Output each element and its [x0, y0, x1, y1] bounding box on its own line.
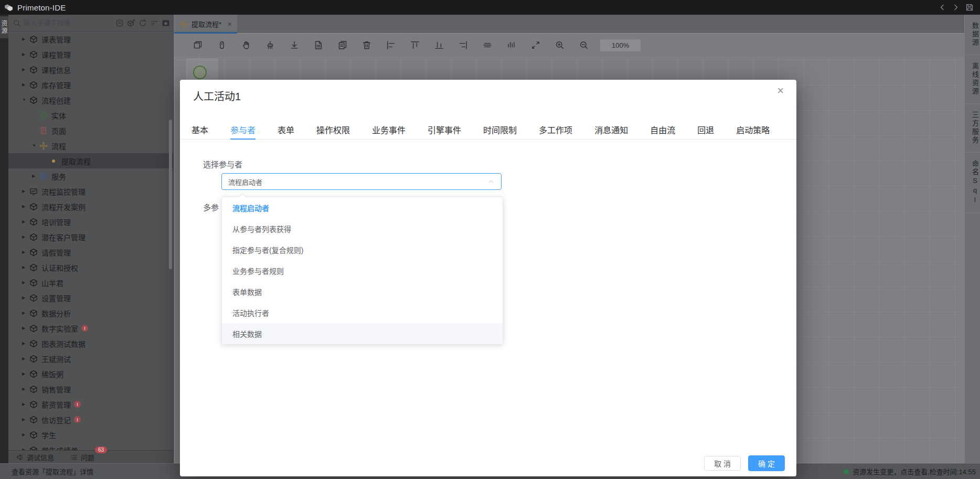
tree-item[interactable]: ▶山羊君	[8, 275, 173, 290]
right-strip-tab[interactable]: 命名Sql	[965, 153, 980, 213]
tree-item[interactable]: ▶流程开发案例	[8, 199, 173, 214]
ai-icon[interactable]: AI	[115, 19, 124, 27]
tree-collapsed-arrow-icon[interactable]: ▶	[22, 387, 29, 391]
tree-item[interactable]: 实体	[8, 108, 173, 123]
search-input[interactable]	[23, 19, 113, 27]
tree-collapsed-arrow-icon[interactable]: ▶	[22, 235, 29, 239]
tree-item[interactable]: ▶库存管理	[8, 77, 173, 92]
dialog-tab[interactable]: 回退	[697, 120, 714, 139]
tab-close-icon[interactable]: ×	[228, 20, 232, 28]
tree-item[interactable]: ▶数字实验室!	[8, 321, 173, 336]
sidebar-tab-resources[interactable]: 资源	[0, 16, 8, 38]
flow-start-node[interactable]	[193, 66, 207, 79]
tree-item[interactable]: ▶培训管理	[8, 214, 173, 229]
tree-collapsed-arrow-icon[interactable]: ▶	[22, 371, 29, 376]
tree-item[interactable]: ▶王斌测试	[8, 351, 173, 366]
tree-collapsed-arrow-icon[interactable]: ▶	[22, 250, 29, 254]
debug-bar-item[interactable]: 调试信息	[16, 452, 54, 462]
dialog-tab[interactable]: 参与者	[230, 120, 255, 139]
tree-collapsed-arrow-icon[interactable]: ▶	[22, 280, 29, 285]
tree-collapsed-arrow-icon[interactable]: ▶	[22, 417, 29, 422]
tree-item[interactable]: ▶学生	[8, 427, 173, 442]
right-strip-tab[interactable]: 三方服务	[965, 104, 980, 153]
tree-collapsed-arrow-icon[interactable]: ▶	[22, 311, 29, 315]
copy-frame-icon[interactable]	[193, 40, 203, 50]
tree-collapsed-arrow-icon[interactable]: ▶	[22, 52, 29, 57]
tree-item[interactable]: ▶课程管理	[8, 47, 173, 62]
dialog-tab[interactable]: 多工作项	[539, 120, 572, 139]
distribute-icon[interactable]	[507, 40, 516, 50]
dropdown-option[interactable]: 指定参与者(复合规则)	[222, 239, 503, 260]
tree-collapsed-arrow-icon[interactable]: ▶	[22, 219, 29, 224]
tree-item[interactable]: ▼流程	[8, 138, 173, 153]
dialog-tab[interactable]: 启动策略	[736, 120, 770, 139]
tree-item[interactable]: ▶设置管理	[8, 290, 173, 305]
tree-expanded-arrow-icon[interactable]: ▼	[22, 98, 29, 102]
participant-select[interactable]: 流程启动者	[221, 173, 502, 190]
tree-scrollbar[interactable]	[169, 120, 172, 269]
tree-item[interactable]: ▶服务	[8, 168, 173, 184]
cancel-button[interactable]: 取 消	[704, 456, 741, 471]
brush-icon[interactable]	[265, 40, 275, 50]
cube-plus-icon[interactable]	[127, 19, 135, 27]
tree-collapsed-arrow-icon[interactable]: ▶	[22, 432, 29, 437]
tree-collapsed-arrow-icon[interactable]: ▶	[22, 82, 29, 87]
chev-left-icon[interactable]	[938, 3, 946, 12]
status-left-text[interactable]: 查看资源「提取流程」详情	[12, 466, 93, 476]
hand-icon[interactable]	[241, 40, 251, 50]
dropdown-option[interactable]: 业务参与者规则	[222, 260, 503, 281]
tree-item[interactable]: ▶稀饭粥	[8, 366, 173, 381]
floppy-icon[interactable]	[965, 3, 974, 12]
tree-item[interactable]: ▶流程监控管理	[8, 184, 173, 199]
tree-item[interactable]: ▶销售管理	[8, 381, 173, 397]
tree-collapsed-arrow-icon[interactable]: ▶	[22, 356, 29, 361]
tree-item[interactable]: ▼流程创建	[8, 92, 173, 108]
tree-collapsed-arrow-icon[interactable]: ▶	[22, 341, 29, 346]
tree-item[interactable]: ▶课程信息	[8, 62, 173, 77]
zoom-level[interactable]: 100%	[600, 39, 641, 51]
tree-item[interactable]: ▶图表测试数据	[8, 336, 173, 351]
align-right-icon[interactable]	[459, 40, 468, 50]
dialog-tab[interactable]: 业务事件	[372, 120, 406, 139]
dialog-tab[interactable]: 消息通知	[594, 120, 628, 139]
align-center-icon[interactable]	[483, 40, 492, 50]
tree-collapsed-arrow-icon[interactable]: ▶	[22, 204, 29, 209]
tree-collapsed-arrow-icon[interactable]: ▶	[22, 295, 29, 300]
dropdown-option[interactable]: 活动执行者	[222, 302, 503, 323]
dialog-tab[interactable]: 自由流	[650, 120, 675, 139]
tree-collapsed-arrow-icon[interactable]: ▶	[22, 402, 29, 407]
tree-collapsed-arrow-icon[interactable]: ▶	[22, 67, 29, 72]
tree-item[interactable]: ▶信访登记!	[8, 412, 173, 427]
dialog-close-icon[interactable]: ×	[777, 85, 784, 97]
sort-icon[interactable]	[150, 19, 158, 27]
tree-item[interactable]: ▶认证和授权	[8, 260, 173, 275]
tree-item[interactable]: 页面	[8, 123, 173, 138]
align-top-icon[interactable]	[410, 40, 420, 50]
zoom-out-icon[interactable]	[579, 40, 589, 50]
debug-bar-item[interactable]: 问题63	[70, 452, 94, 462]
tree-item[interactable]: ▶请假管理	[8, 244, 173, 260]
status-right[interactable]: 资源发生变更，点击查看,检查时间:14:55	[844, 466, 976, 476]
editor-tab-active[interactable]: 提取流程* ×	[174, 15, 237, 33]
tree-expanded-arrow-icon[interactable]: ▼	[32, 143, 39, 148]
dropdown-option[interactable]: 表单数据	[222, 281, 503, 302]
dropdown-option[interactable]: 流程启动者	[222, 197, 503, 218]
tree-item[interactable]: 提取流程	[8, 153, 173, 168]
dialog-tab[interactable]: 引擎事件	[428, 120, 461, 139]
tree-item[interactable]: ▶薪资管理!	[8, 397, 173, 412]
zoom-in-icon[interactable]	[555, 40, 564, 50]
mouse-icon[interactable]	[217, 40, 227, 50]
dropdown-option[interactable]: 相关数据	[222, 323, 503, 344]
right-strip-tab[interactable]: 离线资源	[965, 55, 980, 104]
tree-collapsed-arrow-icon[interactable]: ▶	[22, 189, 29, 194]
copy-doc-icon[interactable]	[338, 40, 347, 50]
document-icon[interactable]	[314, 40, 323, 50]
align-left-icon[interactable]	[386, 40, 396, 50]
refresh-icon[interactable]	[139, 19, 147, 27]
tree-item[interactable]: ▶潜在客户管理	[8, 229, 173, 244]
align-bottom-icon[interactable]	[434, 40, 444, 50]
download-icon[interactable]	[290, 40, 299, 50]
trash-icon[interactable]	[362, 40, 371, 50]
inbox-badge-icon[interactable]: in	[162, 19, 170, 27]
tree-collapsed-arrow-icon[interactable]: ▶	[22, 37, 29, 41]
